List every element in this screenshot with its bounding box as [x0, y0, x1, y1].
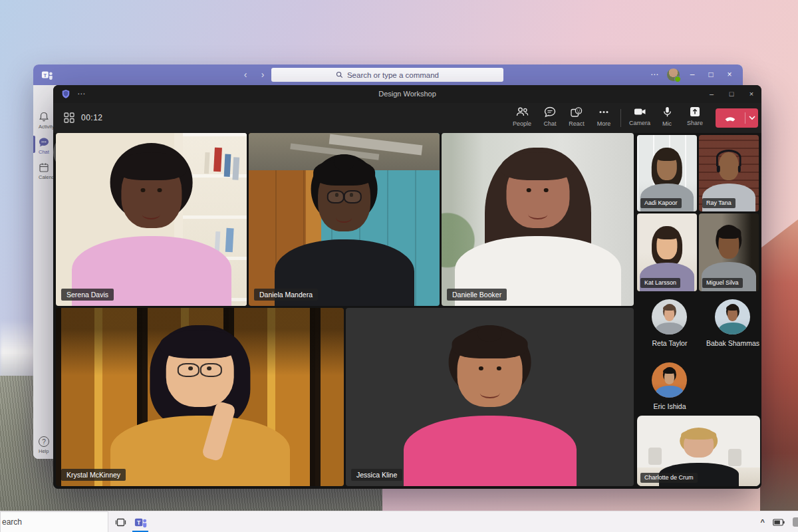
avatar-eric-ishida[interactable] [652, 362, 687, 398]
battery-icon[interactable] [773, 519, 785, 526]
participant-name-tag: Daniela Mandera [254, 289, 318, 301]
participant-name-tag: Miguel Silva [702, 278, 743, 288]
avatar-name: Reta Taylor [633, 339, 706, 347]
more-button[interactable]: More [589, 106, 618, 131]
video-tile-danielle-booker[interactable]: Danielle Booker [442, 133, 634, 306]
button-label: Mic [652, 120, 682, 127]
task-view-icon [115, 517, 126, 527]
avatar-name: Eric Ishida [633, 402, 706, 410]
teams-maximize-button[interactable]: □ [702, 65, 720, 85]
chevron-down-icon [749, 116, 755, 120]
bell-icon [39, 112, 49, 122]
app-rail-sidebar: Activity Chat Calendar ? Help [33, 85, 55, 459]
person-figure [72, 148, 231, 306]
person-figure [275, 154, 414, 306]
video-tile-charlotte-de-crum[interactable]: Charlotte de Crum [637, 416, 760, 486]
toolbar-divider [620, 109, 621, 127]
teams-window-controls: ⋯ – □ × [645, 65, 739, 85]
system-tray: ^ [761, 511, 798, 532]
meeting-maximize-button[interactable]: □ [722, 85, 741, 103]
person-figure [404, 325, 577, 486]
share-icon [690, 106, 700, 117]
call-toolbar: 00:12 People Chat [53, 103, 761, 133]
taskbar: earch T ^ [0, 511, 798, 532]
task-view-button[interactable] [112, 511, 129, 532]
button-label: People [507, 120, 537, 127]
meeting-minimize-button[interactable]: – [702, 85, 722, 103]
hangup-phone-icon[interactable] [716, 114, 745, 122]
avatar-babak-shammas[interactable] [715, 299, 750, 334]
participant-name-tag: Serena Davis [61, 289, 114, 301]
sidebar-label: Help [39, 448, 49, 454]
teams-titlebar: T ‹ › Search or type a command ⋯ – □ × [33, 65, 743, 85]
history-nav: ‹ › [237, 65, 271, 85]
video-stage: Serena Davis Daniela Mandera Danielle Bo… [53, 133, 761, 489]
grid-view-icon [64, 112, 74, 123]
teams-app-icon: T [134, 515, 148, 529]
wallpaper-hill [760, 219, 798, 511]
video-tile-krystal-mckinney[interactable]: Krystal McKinney [56, 308, 344, 486]
video-tile-kat-larsson[interactable]: Kat Larsson [637, 213, 697, 291]
titlebar-more-button[interactable]: ⋯ [645, 65, 664, 85]
participant-name-tag: Danielle Booker [447, 289, 507, 301]
back-button[interactable]: ‹ [237, 65, 254, 85]
video-tile-ray-tana[interactable]: Ray Tana [699, 135, 759, 211]
search-placeholder: Search or type a command [347, 71, 439, 79]
button-label: Chat [535, 120, 565, 127]
calendar-icon [39, 162, 49, 173]
meeting-window: ⋯ Design Workshop – □ × 00:12 People [53, 85, 761, 489]
taskbar-teams-button[interactable]: T [130, 511, 150, 532]
tray-partial-icon[interactable] [793, 517, 798, 527]
participant-name-tag: Aadi Kapoor [640, 198, 682, 208]
participant-name-tag: Kat Larsson [640, 278, 680, 288]
mic-button[interactable]: Mic [652, 106, 682, 131]
person-figure [455, 148, 621, 306]
avatar-reta-taylor[interactable] [652, 299, 687, 334]
more-dots-icon [598, 106, 610, 118]
teams-minimize-button[interactable]: – [683, 65, 702, 85]
chat-bubble-icon [544, 106, 556, 118]
video-tile-serena-davis[interactable]: Serena Davis [56, 133, 247, 306]
meeting-titlebar: ⋯ Design Workshop – □ × [53, 85, 761, 103]
forward-button[interactable]: › [254, 65, 271, 85]
people-icon [516, 106, 529, 118]
hangup-button[interactable] [716, 108, 758, 128]
video-tile-jessica-kline[interactable]: Jessica Kline [346, 308, 634, 486]
people-button[interactable]: People [507, 106, 537, 131]
participant-name-tag: Ray Tana [702, 198, 735, 208]
react-button[interactable]: React [562, 106, 591, 131]
mic-icon [662, 106, 673, 118]
teams-close-button[interactable]: × [720, 65, 739, 85]
video-tile-aadi-kapoor[interactable]: Aadi Kapoor [637, 135, 697, 211]
meeting-window-controls: – □ × [702, 85, 761, 103]
svg-text:T: T [44, 72, 47, 78]
user-avatar[interactable] [667, 68, 680, 81]
participant-name-tag: Charlotte de Crum [640, 473, 698, 483]
button-label: Share [680, 120, 710, 126]
button-label: More [589, 120, 618, 127]
chat-icon [39, 137, 49, 148]
teams-logo-icon: T [41, 69, 53, 81]
share-button[interactable]: Share [680, 106, 710, 131]
sidebar-label: Chat [39, 149, 49, 155]
hangup-options-button[interactable] [745, 116, 758, 120]
meeting-title: Design Workshop [53, 85, 761, 103]
person-figure [110, 325, 290, 486]
button-label: Camera [625, 120, 654, 126]
search-icon [336, 71, 343, 78]
sidebar-label: Activity [39, 124, 55, 130]
tray-expand-button[interactable]: ^ [761, 518, 765, 526]
meeting-close-button[interactable]: × [741, 85, 761, 103]
button-label: React [562, 120, 591, 127]
command-search-bar[interactable]: Search or type a command [271, 68, 503, 82]
video-tile-miguel-silva[interactable]: Miguel Silva [699, 213, 759, 291]
react-emoji-icon [571, 106, 583, 118]
desktop: { "icons": { "back": "‹", "forward": "›"… [0, 0, 798, 532]
video-tile-daniela-mandera[interactable]: Daniela Mandera [249, 133, 440, 306]
help-icon: ? [39, 436, 49, 447]
taskbar-search-box[interactable]: earch [0, 511, 108, 532]
avatar-name: Babak Shammas [696, 339, 761, 347]
camera-button[interactable]: Camera [625, 106, 654, 131]
chat-button[interactable]: Chat [535, 106, 565, 131]
participant-name-tag: Jessica Kline [351, 469, 402, 481]
